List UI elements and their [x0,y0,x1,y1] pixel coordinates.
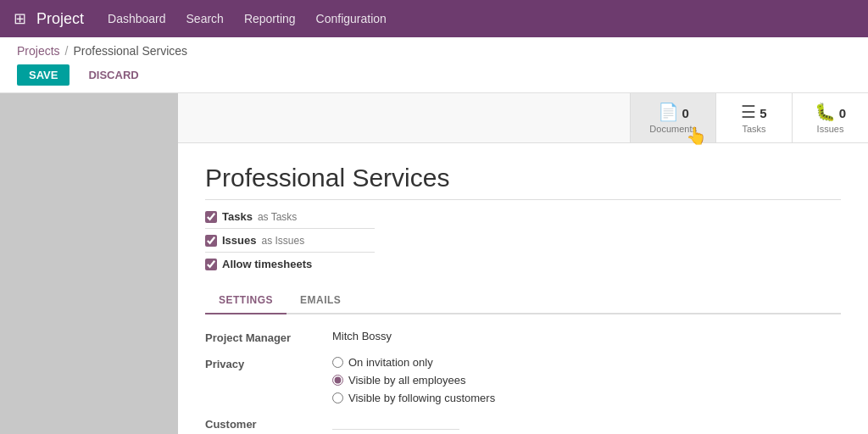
radio-invitation-label: On invitation only [348,356,433,369]
nav-reporting[interactable]: Reporting [244,8,296,29]
breadcrumb-separator: / [65,44,69,58]
radio-customers[interactable] [332,392,343,403]
tasks-count: 5 [760,106,766,120]
breadcrumb-current: Professional Services [73,44,187,58]
customer-label: Customer [205,416,332,431]
field-row-customer: Customer [205,416,841,431]
issues-count: 0 [839,106,846,120]
customer-value[interactable] [332,416,459,430]
form-content: Professional Services Tasks as Tasks Iss… [178,143,868,434]
breadcrumb-area: Projects / Professional Services SAVE DI… [0,37,868,93]
grid-icon[interactable]: ⊞ [14,9,26,28]
documents-count: 0 [682,106,689,120]
project-title: Professional Services [205,164,841,200]
tab-settings[interactable]: SETTINGS [205,287,287,314]
action-buttons: SAVE DISCARD [17,64,851,92]
issues-label: Issues [817,124,844,134]
nav-configuration[interactable]: Configuration [316,8,387,29]
project-manager-value[interactable]: Mitch Bossy [332,330,392,342]
divider-tasks [205,228,375,229]
project-manager-label: Project Manager [205,330,332,344]
privacy-radio-group: On invitation only Visible by all employ… [332,356,495,404]
checkbox-tasks-label: Tasks [222,210,253,223]
discard-button[interactable]: DISCARD [76,64,150,86]
smart-btn-tasks[interactable]: ☰ 5 Tasks [715,93,792,142]
nav-dashboard[interactable]: Dashboard [108,8,166,29]
app-title: Project [36,10,84,28]
documents-label: Documents [649,124,697,134]
nav-links: Dashboard Search Reporting Configuration [108,8,387,29]
checkbox-tasks-sub: as Tasks [258,211,297,223]
checkbox-issues: Issues as Issues [205,234,841,247]
smart-btn-documents[interactable]: 📄 0 Documents 👆 [630,93,715,142]
content-area: 📄 0 Documents 👆 ☰ 5 Tasks 🐛 0 Issues [178,93,868,434]
tab-emails[interactable]: EMAILS [287,287,354,314]
privacy-label: Privacy [205,356,332,370]
radio-employees[interactable] [332,375,343,386]
smart-buttons-bar: 📄 0 Documents 👆 ☰ 5 Tasks 🐛 0 Issues [178,93,868,143]
checkbox-timesheets-label: Allow timesheets [222,258,312,270]
breadcrumb: Projects / Professional Services [17,44,851,58]
field-row-privacy: Privacy On invitation only Visible by al… [205,356,841,404]
smart-btn-issues[interactable]: 🐛 0 Issues [792,93,868,142]
privacy-option-customers[interactable]: Visible by following customers [332,392,495,404]
nav-search[interactable]: Search [186,8,224,29]
tabs-bar: SETTINGS EMAILS [205,287,841,314]
checkbox-tasks: Tasks as Tasks [205,210,841,223]
settings-section: Project Manager Mitch Bossy Privacy On i… [205,330,841,431]
checkbox-tasks-input[interactable] [205,211,217,223]
issues-icon: 🐛 [815,102,836,122]
checkbox-issues-label: Issues [222,234,256,247]
left-sidebar [0,93,178,434]
tasks-icon: ☰ [741,102,756,122]
radio-employees-label: Visible by all employees [348,374,466,387]
privacy-option-invitation[interactable]: On invitation only [332,356,495,369]
checkbox-timesheets-input[interactable] [205,259,217,270]
main-layout: 📄 0 Documents 👆 ☰ 5 Tasks 🐛 0 Issues [0,93,868,434]
documents-icon: 📄 [658,102,679,122]
radio-invitation[interactable] [332,357,343,368]
save-button[interactable]: SAVE [17,64,70,86]
divider-issues [205,252,375,253]
privacy-option-employees[interactable]: Visible by all employees [332,374,495,387]
field-row-project-manager: Project Manager Mitch Bossy [205,330,841,344]
checkboxes-section: Tasks as Tasks Issues as Issues Allow ti… [205,210,841,270]
radio-customers-label: Visible by following customers [348,392,495,404]
tasks-label: Tasks [742,124,765,134]
top-nav: ⊞ Project Dashboard Search Reporting Con… [0,0,868,37]
checkbox-timesheets: Allow timesheets [205,258,841,270]
breadcrumb-parent[interactable]: Projects [17,44,60,58]
checkbox-issues-input[interactable] [205,235,217,247]
checkbox-issues-sub: as Issues [261,235,304,247]
